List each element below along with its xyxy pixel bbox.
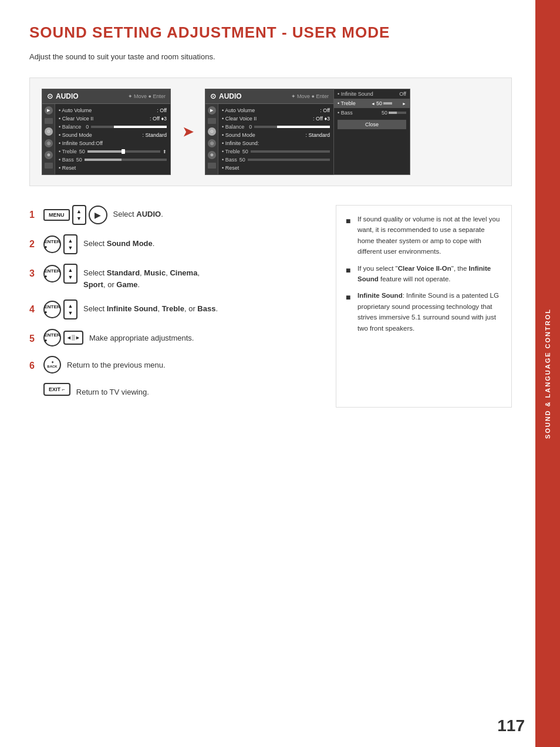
- note-bullet-3: ■: [346, 291, 353, 334]
- s2-rect-2: [208, 163, 216, 169]
- up-down-nav-2[interactable]: ▲▼: [63, 234, 77, 254]
- note-bullet-2: ■: [346, 264, 353, 285]
- step-exit-buttons: EXIT ⌐: [43, 383, 70, 396]
- right-nav-1[interactable]: ▶: [89, 206, 107, 224]
- step-exit: EXIT ⌐ Return to TV viewing.: [29, 383, 318, 398]
- audio-panel-2-title: AUDIO: [219, 92, 242, 100]
- menu-bass: • Bass 50: [59, 156, 167, 164]
- menu-balance: • Balance 0: [59, 123, 167, 131]
- audio-nav-hint-1: ✦ Move ● Enter: [128, 93, 166, 99]
- note-text-2: If you select "Clear Voice II-On", the I…: [357, 263, 502, 285]
- panel-with-submenu: ⊙ AUDIO ✦ Move ● Enter ▶ ⊙ ◎ ⊕: [205, 89, 410, 175]
- submenu-infinite-sound: • Infinite Sound Off: [334, 89, 410, 99]
- up-down-nav-1[interactable]: ▲▼: [72, 205, 86, 225]
- exit-button[interactable]: EXIT ⌐: [43, 383, 70, 396]
- page-title: SOUND SETTING ADJUSTMENT - USER MODE: [29, 23, 512, 42]
- menu-auto-volume: • Auto Volume: Off: [59, 106, 167, 115]
- note-bullet-1: ■: [346, 214, 353, 257]
- page-number: 117: [497, 716, 525, 735]
- step-5-number: 5: [29, 334, 38, 344]
- step-3-buttons: ENTER● ▲▼: [43, 264, 77, 284]
- ui-screenshots-area: ⊙ AUDIO ✦ Move ● Enter ▶ ⊙ ◎ ⊕ • Auto Vo…: [29, 78, 512, 186]
- s-rect-2: [45, 163, 53, 169]
- step-1-buttons: MENU ▲▼ ▶: [43, 205, 107, 225]
- submenu-bass: • Bass 50: [334, 108, 410, 117]
- back-button[interactable]: ✦BACK: [43, 356, 61, 374]
- audio-menu-1: • Auto Volume: Off • Clear Voice II: Off…: [55, 104, 170, 174]
- step-6-text: Return to the previous menu.: [67, 359, 166, 371]
- note-text-3: Infinite Sound: Infinite Sound is a pate…: [357, 290, 502, 334]
- step-4-number: 4: [29, 304, 38, 315]
- step-5: 5 ENTER● ◄► Make appropriate adjustments…: [29, 329, 318, 346]
- menu2-balance: • Balance 0: [222, 123, 330, 131]
- audio-menu-2: • Auto Volume: Off • Clear Voice II: Off…: [218, 104, 333, 174]
- step-3-number: 3: [29, 268, 38, 279]
- enter-button-4[interactable]: ENTER●: [43, 301, 61, 318]
- menu2-bass: • Bass 50: [222, 156, 330, 164]
- step-6: 6 ✦BACK Return to the previous menu.: [29, 356, 318, 374]
- menu2-sound-mode: • Sound Mode: Standard: [222, 131, 330, 139]
- menu2-auto-volume: • Auto Volume: Off: [222, 106, 330, 115]
- enter-button-2[interactable]: ENTER●: [43, 235, 61, 253]
- note-3: ■ Infinite Sound: Infinite Sound is a pa…: [346, 290, 502, 334]
- step-6-buttons: ✦BACK: [43, 356, 61, 374]
- step-5-buttons: ENTER● ◄►: [43, 329, 83, 346]
- enter-button-5[interactable]: ENTER●: [43, 329, 61, 346]
- menu-treble: • Treble 50 ⬆: [59, 147, 167, 156]
- step-4: 4 ENTER● ▲▼ Select Infinite Sound, Trebl…: [29, 300, 318, 319]
- steps-and-notes: 1 MENU ▲▼ ▶ Select AUDIO. 2 ENTER● ▲▼: [29, 205, 512, 408]
- step-3-text: Select Standard, Music, Cinema,Sport, or…: [83, 267, 200, 290]
- s-icon-4: ⊕: [45, 151, 53, 159]
- menu-button[interactable]: MENU: [43, 209, 70, 221]
- audio-panel-1-title: AUDIO: [56, 92, 79, 100]
- step-1: 1 MENU ▲▼ ▶ Select AUDIO.: [29, 205, 318, 225]
- submenu-treble: • Treble ◄ 50 ►: [334, 99, 410, 108]
- subtitle: Adjust the sound to suit your taste and …: [29, 52, 512, 61]
- audio-panel-1: ⊙ AUDIO ✦ Move ● Enter ▶ ⊙ ◎ ⊕ • Auto Vo…: [42, 89, 171, 175]
- s-icon-2: ⊙: [45, 127, 53, 136]
- up-down-nav-3[interactable]: ▲▼: [63, 264, 77, 284]
- s-icon-3: ◎: [45, 139, 53, 147]
- step-4-text: Select Infinite Sound, Treble, or Bass.: [83, 303, 218, 315]
- step-3: 3 ENTER● ▲▼ Select Standard, Music, Cine…: [29, 264, 318, 290]
- lr-nav-5[interactable]: ◄►: [63, 331, 83, 345]
- step-1-text: Select AUDIO.: [113, 208, 163, 220]
- menu-sound-mode: • Sound Mode: Standard: [59, 131, 167, 139]
- s2-icon-4: ⊕: [208, 151, 216, 159]
- step-2-text: Select Sound Mode.: [83, 238, 154, 250]
- arrow-right: ➤: [183, 124, 193, 140]
- s-rect-1: [45, 118, 53, 124]
- menu-reset: • Reset: [59, 164, 167, 172]
- notes-column: ■ If sound quality or volume is not at t…: [336, 205, 512, 408]
- note-text-1: If sound quality or volume is not at the…: [357, 214, 502, 257]
- s-icon-1: ▶: [45, 106, 53, 115]
- note-2: ■ If you select "Clear Voice II-On", the…: [346, 263, 502, 285]
- step-2-number: 2: [29, 239, 38, 250]
- step-6-number: 6: [29, 361, 38, 371]
- menu-clear-voice: • Clear Voice II: Off ♦3: [59, 115, 167, 123]
- step-exit-text: Return to TV viewing.: [76, 386, 149, 398]
- menu2-reset: • Reset: [222, 164, 330, 172]
- audio-icon-2: ⊙: [210, 92, 216, 100]
- step-2: 2 ENTER● ▲▼ Select Sound Mode.: [29, 234, 318, 254]
- menu2-treble: • Treble 50: [222, 147, 330, 156]
- steps-column: 1 MENU ▲▼ ▶ Select AUDIO. 2 ENTER● ▲▼: [29, 205, 318, 408]
- menu2-infinite-sound: • Infinite Sound:: [222, 139, 330, 147]
- audio-sidebar-1: ▶ ⊙ ◎ ⊕: [42, 104, 55, 174]
- s2-rect-1: [208, 118, 216, 124]
- step-4-buttons: ENTER● ▲▼: [43, 300, 77, 319]
- note-1: ■ If sound quality or volume is not at t…: [346, 214, 502, 257]
- s2-icon-1: ▶: [208, 106, 216, 115]
- menu-infinite-sound: • Infinite Sound:Off: [59, 139, 167, 147]
- menu2-clear-voice: • Clear Voice II: Off ♦3: [222, 115, 330, 123]
- step-1-number: 1: [29, 210, 38, 220]
- step-5-text: Make appropriate adjustments.: [89, 332, 194, 344]
- step-2-buttons: ENTER● ▲▼: [43, 234, 77, 254]
- submenu-panel: • Infinite Sound Off • Treble ◄ 50 ►: [334, 89, 410, 175]
- s2-icon-3: ◎: [208, 139, 216, 147]
- sidebar: SOUND & LANGUAGE CONTROL: [535, 0, 560, 747]
- up-down-nav-4[interactable]: ▲▼: [63, 300, 77, 319]
- enter-button-3[interactable]: ENTER●: [43, 265, 61, 282]
- close-button[interactable]: Close: [338, 120, 406, 129]
- audio-panel-2: ⊙ AUDIO ✦ Move ● Enter ▶ ⊙ ◎ ⊕: [205, 89, 334, 175]
